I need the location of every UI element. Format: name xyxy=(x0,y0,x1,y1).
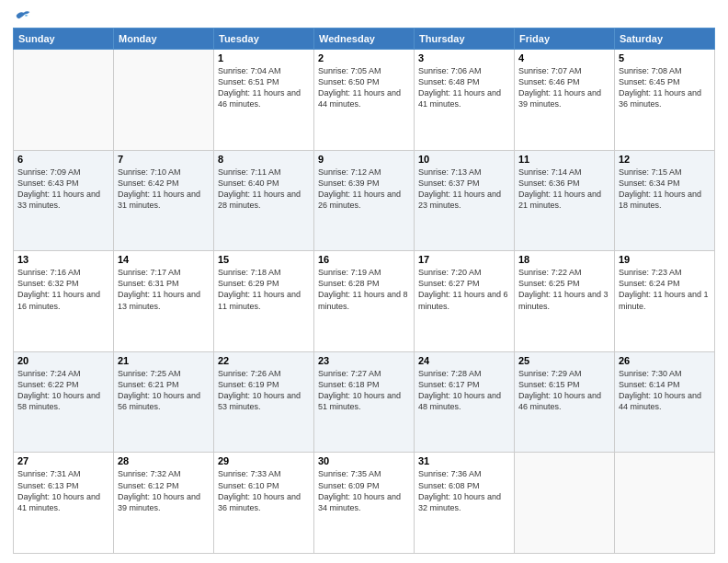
calendar-cell: 24Sunrise: 7:28 AMSunset: 6:17 PMDayligh… xyxy=(415,351,515,453)
calendar-cell: 25Sunrise: 7:29 AMSunset: 6:15 PMDayligh… xyxy=(515,351,615,453)
day-number: 8 xyxy=(218,154,310,165)
day-detail: Sunrise: 7:12 AMSunset: 6:39 PMDaylight:… xyxy=(318,167,410,212)
day-number: 25 xyxy=(518,355,610,366)
calendar-cell: 26Sunrise: 7:30 AMSunset: 6:14 PMDayligh… xyxy=(615,351,715,453)
day-detail: Sunrise: 7:07 AMSunset: 6:46 PMDaylight:… xyxy=(518,65,610,110)
day-number: 26 xyxy=(619,355,711,366)
day-number: 4 xyxy=(518,52,610,63)
day-number: 9 xyxy=(318,154,410,165)
calendar-table: SundayMondayTuesdayWednesdayThursdayFrid… xyxy=(13,28,715,554)
calendar-cell: 16Sunrise: 7:19 AMSunset: 6:28 PMDayligh… xyxy=(314,251,415,352)
day-detail: Sunrise: 7:24 AMSunset: 6:22 PMDaylight:… xyxy=(17,368,109,413)
day-of-week-header: Friday xyxy=(515,29,615,50)
day-detail: Sunrise: 7:05 AMSunset: 6:50 PMDaylight:… xyxy=(318,65,410,110)
day-of-week-header: Wednesday xyxy=(314,29,415,50)
day-detail: Sunrise: 7:28 AMSunset: 6:17 PMDaylight:… xyxy=(418,368,510,413)
day-detail: Sunrise: 7:36 AMSunset: 6:08 PMDaylight:… xyxy=(418,468,510,513)
day-number: 21 xyxy=(118,355,210,366)
day-detail: Sunrise: 7:04 AMSunset: 6:51 PMDaylight:… xyxy=(218,65,310,110)
day-detail: Sunrise: 7:32 AMSunset: 6:12 PMDaylight:… xyxy=(118,468,210,513)
calendar-cell xyxy=(615,453,715,554)
day-number: 19 xyxy=(619,254,711,265)
day-number: 12 xyxy=(619,154,711,165)
day-detail: Sunrise: 7:29 AMSunset: 6:15 PMDaylight:… xyxy=(518,368,610,413)
calendar-cell: 11Sunrise: 7:14 AMSunset: 6:36 PMDayligh… xyxy=(515,150,615,251)
day-of-week-header: Thursday xyxy=(415,29,515,50)
day-detail: Sunrise: 7:19 AMSunset: 6:28 PMDaylight:… xyxy=(318,267,410,312)
day-detail: Sunrise: 7:14 AMSunset: 6:36 PMDaylight:… xyxy=(518,167,610,212)
day-number: 27 xyxy=(17,455,109,466)
day-detail: Sunrise: 7:06 AMSunset: 6:48 PMDaylight:… xyxy=(418,65,510,110)
calendar-cell: 31Sunrise: 7:36 AMSunset: 6:08 PMDayligh… xyxy=(415,453,515,554)
calendar-week-row: 6Sunrise: 7:09 AMSunset: 6:43 PMDaylight… xyxy=(14,150,715,251)
calendar-cell: 5Sunrise: 7:08 AMSunset: 6:45 PMDaylight… xyxy=(615,50,715,151)
calendar-cell: 21Sunrise: 7:25 AMSunset: 6:21 PMDayligh… xyxy=(114,351,214,453)
day-number: 5 xyxy=(619,52,711,63)
day-of-week-header: Sunday xyxy=(14,29,114,50)
day-detail: Sunrise: 7:30 AMSunset: 6:14 PMDaylight:… xyxy=(619,368,711,413)
calendar-cell xyxy=(515,453,615,554)
calendar-cell: 1Sunrise: 7:04 AMSunset: 6:51 PMDaylight… xyxy=(214,50,314,151)
day-number: 1 xyxy=(218,52,310,63)
calendar-cell: 9Sunrise: 7:12 AMSunset: 6:39 PMDaylight… xyxy=(314,150,415,251)
day-detail: Sunrise: 7:31 AMSunset: 6:13 PMDaylight:… xyxy=(17,468,109,513)
calendar-week-row: 1Sunrise: 7:04 AMSunset: 6:51 PMDaylight… xyxy=(14,50,715,151)
day-number: 22 xyxy=(218,355,310,366)
calendar-cell: 4Sunrise: 7:07 AMSunset: 6:46 PMDaylight… xyxy=(515,50,615,151)
day-number: 16 xyxy=(318,254,410,265)
day-detail: Sunrise: 7:17 AMSunset: 6:31 PMDaylight:… xyxy=(118,267,210,312)
calendar-cell: 6Sunrise: 7:09 AMSunset: 6:43 PMDaylight… xyxy=(14,150,114,251)
day-detail: Sunrise: 7:15 AMSunset: 6:34 PMDaylight:… xyxy=(619,167,711,212)
calendar-cell: 29Sunrise: 7:33 AMSunset: 6:10 PMDayligh… xyxy=(214,453,314,554)
header xyxy=(13,9,715,22)
logo-bird-icon xyxy=(15,9,31,22)
calendar-cell: 12Sunrise: 7:15 AMSunset: 6:34 PMDayligh… xyxy=(615,150,715,251)
day-detail: Sunrise: 7:26 AMSunset: 6:19 PMDaylight:… xyxy=(218,368,310,413)
calendar-cell: 30Sunrise: 7:35 AMSunset: 6:09 PMDayligh… xyxy=(314,453,415,554)
day-number: 24 xyxy=(418,355,510,366)
calendar-week-row: 13Sunrise: 7:16 AMSunset: 6:32 PMDayligh… xyxy=(14,251,715,352)
day-number: 31 xyxy=(418,455,510,466)
calendar-cell: 13Sunrise: 7:16 AMSunset: 6:32 PMDayligh… xyxy=(14,251,114,352)
day-detail: Sunrise: 7:13 AMSunset: 6:37 PMDaylight:… xyxy=(418,167,510,212)
calendar-cell: 2Sunrise: 7:05 AMSunset: 6:50 PMDaylight… xyxy=(314,50,415,151)
day-number: 13 xyxy=(17,254,109,265)
day-number: 17 xyxy=(418,254,510,265)
logo xyxy=(13,9,31,22)
day-number: 7 xyxy=(118,154,210,165)
day-number: 18 xyxy=(518,254,610,265)
day-detail: Sunrise: 7:27 AMSunset: 6:18 PMDaylight:… xyxy=(318,368,410,413)
day-number: 6 xyxy=(17,154,109,165)
calendar-cell: 17Sunrise: 7:20 AMSunset: 6:27 PMDayligh… xyxy=(415,251,515,352)
day-number: 30 xyxy=(318,455,410,466)
day-of-week-header: Tuesday xyxy=(214,29,314,50)
calendar-cell: 18Sunrise: 7:22 AMSunset: 6:25 PMDayligh… xyxy=(515,251,615,352)
calendar-cell: 7Sunrise: 7:10 AMSunset: 6:42 PMDaylight… xyxy=(114,150,214,251)
day-of-week-header: Saturday xyxy=(615,29,715,50)
calendar-cell: 27Sunrise: 7:31 AMSunset: 6:13 PMDayligh… xyxy=(14,453,114,554)
day-number: 23 xyxy=(318,355,410,366)
calendar-cell: 15Sunrise: 7:18 AMSunset: 6:29 PMDayligh… xyxy=(214,251,314,352)
day-number: 29 xyxy=(218,455,310,466)
calendar-week-row: 27Sunrise: 7:31 AMSunset: 6:13 PMDayligh… xyxy=(14,453,715,554)
day-of-week-header: Monday xyxy=(114,29,214,50)
page: SundayMondayTuesdayWednesdayThursdayFrid… xyxy=(0,0,728,563)
day-number: 20 xyxy=(17,355,109,366)
day-number: 3 xyxy=(418,52,510,63)
calendar-week-row: 20Sunrise: 7:24 AMSunset: 6:22 PMDayligh… xyxy=(14,351,715,453)
calendar-cell: 20Sunrise: 7:24 AMSunset: 6:22 PMDayligh… xyxy=(14,351,114,453)
calendar-cell: 3Sunrise: 7:06 AMSunset: 6:48 PMDaylight… xyxy=(415,50,515,151)
day-number: 14 xyxy=(118,254,210,265)
calendar-cell: 23Sunrise: 7:27 AMSunset: 6:18 PMDayligh… xyxy=(314,351,415,453)
calendar-cell xyxy=(14,50,114,151)
calendar-cell: 10Sunrise: 7:13 AMSunset: 6:37 PMDayligh… xyxy=(415,150,515,251)
day-number: 11 xyxy=(518,154,610,165)
calendar-header-row: SundayMondayTuesdayWednesdayThursdayFrid… xyxy=(14,29,715,50)
day-detail: Sunrise: 7:35 AMSunset: 6:09 PMDaylight:… xyxy=(318,468,410,513)
day-number: 2 xyxy=(318,52,410,63)
day-number: 15 xyxy=(218,254,310,265)
day-number: 10 xyxy=(418,154,510,165)
calendar-cell: 28Sunrise: 7:32 AMSunset: 6:12 PMDayligh… xyxy=(114,453,214,554)
calendar-cell: 22Sunrise: 7:26 AMSunset: 6:19 PMDayligh… xyxy=(214,351,314,453)
day-detail: Sunrise: 7:18 AMSunset: 6:29 PMDaylight:… xyxy=(218,267,310,312)
